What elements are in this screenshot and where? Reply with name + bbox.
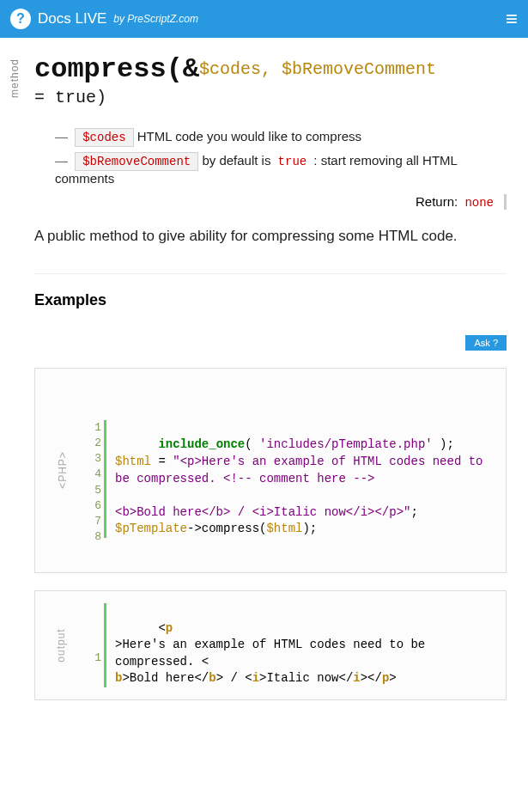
line-numbers: 1 [84, 603, 101, 666]
params-list: — $codes HTML code you would like to com… [55, 128, 507, 186]
output-code-block: output 1<p >Here's an example of HTML co… [34, 590, 507, 700]
top-header: ? Docs LIVE by PreScriptZ.com ≡ [0, 0, 528, 38]
menu-icon[interactable]: ≡ [506, 7, 518, 31]
sidebar-method-label: method [9, 58, 21, 98]
block-label-output: output [55, 628, 67, 662]
divider [34, 273, 507, 274]
line-numbers: 1 2 3 4 5 6 7 8 [84, 420, 101, 546]
logo-icon: ? [10, 9, 31, 29]
param-row: — $bRemoveComment by default is true : s… [55, 152, 507, 186]
examples-heading: Examples [34, 291, 507, 309]
param-desc: HTML code you would like to compress [137, 129, 361, 143]
method-description: A public method to give ability for comp… [34, 225, 507, 247]
brand-name: Docs LIVE [38, 10, 106, 27]
byline: by PreScriptZ.com [113, 13, 198, 25]
block-label-php: <PHP> [57, 452, 69, 490]
ask-button[interactable]: Ask ? [465, 335, 507, 351]
page-title: compress(&$codes, $bRemoveComment [34, 53, 507, 86]
title-continuation: = true) [34, 88, 507, 107]
php-code-block: <PHP> 1 2 3 4 5 6 7 8include_once( 'incl… [34, 368, 507, 573]
param-tag: $bRemoveComment [75, 152, 198, 171]
param-tag: $codes [75, 128, 133, 147]
return-row: Return: none [34, 194, 507, 210]
param-row: — $codes HTML code you would like to com… [55, 128, 507, 147]
